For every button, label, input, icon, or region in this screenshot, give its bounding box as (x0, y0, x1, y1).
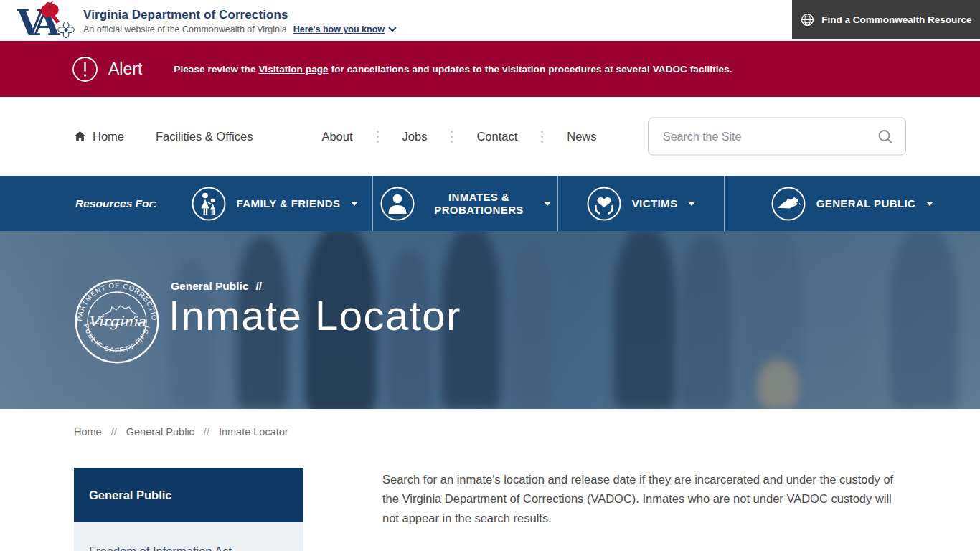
breadcrumb-home-link[interactable]: Home (74, 426, 102, 438)
sidebar-item-general-public[interactable]: General Public (74, 468, 303, 522)
alert-exclamation-icon (72, 56, 98, 83)
nav-item-jobs[interactable]: Jobs (402, 130, 428, 143)
resources-item-family-friends[interactable]: FAMILY & FRIENDS (177, 176, 372, 231)
dropdown-caret-icon (688, 202, 695, 206)
nav-item-news[interactable]: News (567, 130, 596, 143)
resources-item-inmates-probationers[interactable]: INMATES & PROBATIONERS (372, 176, 557, 231)
sidebar-nav: General Public Freedom of Information Ac… (74, 468, 303, 551)
resources-bar: Resources For: FAMILY & FRIENDS (0, 176, 980, 231)
alert-message-before: Please review the (174, 64, 258, 75)
header-title-block: Virginia Department of Corrections An of… (83, 6, 397, 34)
nav-divider (377, 131, 379, 143)
globe-icon (800, 12, 815, 27)
search-button[interactable] (875, 126, 895, 146)
virginia-state-icon (771, 187, 806, 221)
alert-bar: Alert Please review the Visitation page … (0, 41, 980, 97)
alert-label: Alert (108, 60, 142, 79)
site-header: VA Virginia Department of Corrections An… (0, 0, 980, 41)
nav-item-facilities-offices[interactable]: Facilities & Offices (156, 130, 253, 143)
site-title: Virginia Department of Corrections (83, 8, 397, 22)
search-input[interactable] (661, 129, 875, 143)
visitation-page-link[interactable]: Visitation page (258, 64, 328, 75)
svg-text:Virginia: Virginia (88, 313, 146, 330)
hero-banner: DEPARTMENT OF CORRECTIONS PUBLIC SAFETY … (0, 231, 980, 409)
dropdown-caret-icon (926, 202, 933, 206)
site-search (648, 118, 906, 156)
nav-item-contact[interactable]: Contact (476, 130, 517, 143)
find-commonwealth-resource-button[interactable]: Find a Commonwealth Resource (792, 0, 980, 39)
page-title: Inmate Locator (169, 291, 461, 339)
resources-item-general-public[interactable]: GENERAL PUBLIC (724, 176, 980, 231)
breadcrumb-general-public-link[interactable]: General Public (126, 426, 194, 438)
resources-for-label: Resources For: (75, 197, 160, 210)
intro-paragraph: Search for an inmate's location and rele… (382, 470, 900, 528)
page-content: Home // General Public // Inmate Locator… (0, 409, 980, 551)
page: VA Virginia Department of Corrections An… (0, 0, 980, 551)
vadoc-seal-logo: DEPARTMENT OF CORRECTIONS PUBLIC SAFETY … (74, 278, 160, 364)
nav-divider (541, 131, 543, 143)
resources-item-victims[interactable]: VICTIMS (557, 176, 724, 231)
home-icon (74, 131, 86, 142)
vadoc-va-cardinal-logo[interactable]: VA (17, 1, 79, 40)
heres-how-you-know-link[interactable]: Here's how you know (293, 24, 397, 34)
alert-message-after: for cancellations and updates to the vis… (329, 64, 732, 75)
official-website-text: An official website of the Commonwealth … (83, 24, 287, 34)
va-logo-icon: VA (17, 1, 79, 40)
search-icon (877, 128, 894, 145)
nav-divider (451, 131, 453, 143)
breadcrumb-current-page: Inmate Locator (219, 426, 288, 438)
dropdown-caret-icon (544, 202, 551, 206)
alert-message: Please review the Visitation page for ca… (174, 64, 732, 75)
resources-menu: FAMILY & FRIENDS INMATES & PROBATIONERS (177, 176, 980, 231)
nav-item-home[interactable]: Home (74, 130, 124, 143)
main-navigation: Home Facilities & Offices About Jobs Con… (0, 97, 980, 176)
main-content: Search for an inmate's location and rele… (382, 468, 900, 551)
chevron-down-icon (388, 27, 397, 32)
family-icon (192, 187, 226, 221)
nav-item-about[interactable]: About (321, 130, 352, 143)
dropdown-caret-icon (351, 202, 358, 206)
breadcrumb: Home // General Public // Inmate Locator (74, 426, 288, 438)
inmate-icon (380, 187, 415, 221)
sidebar-item-foia[interactable]: Freedom of Information Act (74, 522, 303, 551)
find-resource-label: Find a Commonwealth Resource (821, 14, 971, 25)
hands-heart-icon (587, 187, 621, 221)
